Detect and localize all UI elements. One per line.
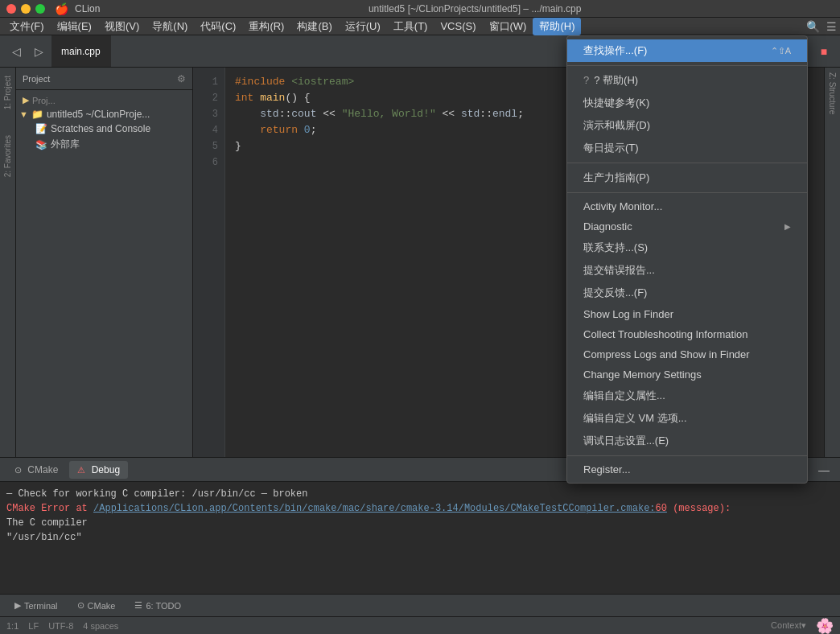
menu-activity[interactable]: Activity Monitor... (567, 196, 807, 216)
collect-trouble-label: Collect Troubleshooting Information (583, 328, 748, 340)
maximize-button[interactable] (35, 4, 45, 14)
status-context[interactable]: Context▾ (771, 620, 806, 631)
menu-find-action[interactable]: 查找操作...(F) ⌃⇧A (567, 39, 807, 62)
sidebar-title: Project (23, 74, 50, 84)
find-action-shortcut: ⌃⇧A (771, 46, 791, 56)
activity-label: Activity Monitor... (583, 200, 662, 212)
menu-view[interactable]: 视图(V) (98, 18, 146, 35)
structure-tab[interactable]: Z: Structure (826, 68, 838, 119)
todo-tool-tab[interactable]: ☰ 6: TODO (126, 598, 189, 613)
status-position: 1:1 (6, 621, 19, 631)
menu-edit[interactable]: 编辑(E) (51, 18, 98, 35)
folder-icon: ▶ (23, 95, 29, 105)
demo-label: 演示和截屏(D) (583, 118, 650, 133)
cmake-tool-tab[interactable]: ⊙ CMake (69, 598, 124, 613)
debug-tab[interactable]: ⚠ Debug (69, 461, 128, 479)
sidebar: Project ⚙ ▶ Proj... ▼ 📁 untitled5 ~/CLio… (16, 68, 193, 457)
menu-bar: 文件(F) 编辑(E) 视图(V) 导航(N) 代码(C) 重构(R) 构建(B… (0, 18, 840, 35)
output-line-1: — Check for working C compiler: /usr/bin… (6, 487, 834, 501)
back-button[interactable]: ◁ (6, 42, 26, 61)
forward-button[interactable]: ▷ (29, 42, 48, 61)
menu-memory[interactable]: Change Memory Settings (567, 364, 807, 385)
submit-feedback-label: 提交反馈...(F) (583, 286, 647, 300)
app-name: CLion (75, 3, 100, 14)
folder-label: Proj... (32, 96, 56, 105)
separator-4 (567, 455, 807, 456)
menu-demo[interactable]: 演示和截屏(D) (567, 114, 807, 137)
todo-label: 6: TODO (146, 601, 181, 611)
menu-debug-log[interactable]: 调试日志设置...(E) (567, 430, 807, 452)
register-label: Register... (583, 463, 631, 476)
bottom-output: — Check for working C compiler: /usr/bin… (0, 482, 840, 594)
sidebar-content: ▶ Proj... ▼ 📁 untitled5 ~/CLionProje... … (16, 90, 192, 457)
search-icon[interactable]: 🔍 (806, 20, 820, 33)
menu-tip[interactable]: 每日提示(T) (567, 137, 807, 159)
menu-vcs[interactable]: VCS(S) (434, 19, 482, 34)
edit-props-label: 编辑自定义属性... (583, 389, 665, 403)
menu-file[interactable]: 文件(F) (3, 18, 51, 35)
line-num-4: 4 (193, 122, 224, 138)
menu-window[interactable]: 窗口(W) (483, 18, 533, 35)
menu-collect-trouble[interactable]: Collect Troubleshooting Information (567, 324, 807, 344)
sidebar-item-root[interactable]: ▶ Proj... (16, 93, 192, 107)
favorites-tab[interactable]: 2: Favorites (2, 130, 14, 182)
menu-build[interactable]: 构建(B) (290, 18, 338, 35)
terminal-tool-tab[interactable]: ▶ Terminal (6, 598, 66, 613)
menu-show-log[interactable]: Show Log in Finder (567, 304, 807, 324)
minimize-button[interactable] (21, 4, 31, 14)
close-button[interactable] (6, 4, 16, 14)
debug-tab-icon: ⚠ (77, 465, 85, 475)
line-num-3: 3 (193, 106, 224, 122)
menu-keymap[interactable]: 快捷键参考(K) (567, 92, 807, 114)
separator-2 (567, 163, 807, 163)
menu-refactor[interactable]: 重构(R) (242, 18, 290, 35)
right-edge-panel: Z: Structure (824, 68, 840, 457)
menu-diagnostic[interactable]: Diagnostic ▶ (567, 216, 807, 237)
tab-filename: main.cpp (61, 46, 101, 57)
menu-edit-props[interactable]: 编辑自定义属性... (567, 385, 807, 407)
help-label: ?? 帮助(H) (583, 73, 638, 88)
editor-tab-main[interactable]: main.cpp (51, 35, 111, 67)
error-path[interactable]: /Applications/CLion.app/Contents/bin/cma… (93, 503, 667, 514)
sidebar-item-project[interactable]: ▼ 📁 untitled5 ~/CLionProje... (16, 107, 192, 121)
minimize-panel-button[interactable]: — (814, 460, 834, 480)
sidebar-header: Project ⚙ (16, 68, 192, 90)
menu-tools[interactable]: 工具(T) (387, 18, 434, 35)
status-right: Context▾ 🌸 (771, 617, 834, 635)
debug-log-label: 调试日志设置...(E) (583, 434, 669, 448)
menu-submit-bug[interactable]: 提交错误报告... (567, 259, 807, 282)
menu-compress-logs[interactable]: Compress Logs and Show in Finder (567, 344, 807, 364)
menu-submit-feedback[interactable]: 提交反馈...(F) (567, 282, 807, 304)
menu-run[interactable]: 运行(U) (339, 18, 387, 35)
list-icon[interactable]: ☰ (826, 20, 837, 33)
menu-edit-vm[interactable]: 编辑自定义 VM 选项... (567, 407, 807, 430)
menu-register[interactable]: Register... (567, 459, 807, 480)
menu-code[interactable]: 代码(C) (194, 18, 242, 35)
line-num-5: 5 (193, 138, 224, 154)
status-bar: 1:1 LF UTF-8 4 spaces Context▾ 🌸 (0, 616, 840, 634)
cmake-tab[interactable]: ⊙ CMake (6, 461, 66, 479)
stop-button[interactable]: ■ (814, 42, 834, 61)
gear-icon[interactable]: ⚙ (177, 73, 186, 84)
project-tab[interactable]: 1: Project (2, 71, 14, 114)
menu-help-item[interactable]: ?? 帮助(H) (567, 69, 807, 92)
lib-icon: 📚 (35, 139, 47, 150)
status-encoding: UTF-8 (48, 621, 73, 631)
cmake-tool-label: CMake (88, 601, 116, 611)
line-num-1: 1 (193, 74, 224, 90)
folder-expand-icon: ▼ (19, 109, 28, 119)
sidebar-item-scratches[interactable]: 📝 Scratches and Console (16, 121, 192, 136)
productivity-label: 生产力指南(P) (583, 171, 649, 185)
tip-label: 每日提示(T) (583, 141, 639, 155)
menu-contact-support[interactable]: 联系支持...(S) (567, 237, 807, 259)
left-edge-panel: 1: Project 2: Favorites (0, 68, 16, 457)
show-log-label: Show Log in Finder (583, 308, 673, 320)
menu-help[interactable]: 帮助(H) (533, 18, 581, 35)
cmake-tab-label: CMake (27, 464, 58, 476)
menu-productivity[interactable]: 生产力指南(P) (567, 167, 807, 189)
output-line-2: CMake Error at /Applications/CLion.app/C… (6, 501, 834, 516)
menu-nav[interactable]: 导航(N) (146, 18, 194, 35)
sidebar-item-external-libs[interactable]: 📚 外部库 (16, 136, 192, 153)
apple-icon: 🍎 (55, 2, 68, 15)
tool-tab-bar: ▶ Terminal ⊙ CMake ☰ 6: TODO (0, 594, 840, 616)
